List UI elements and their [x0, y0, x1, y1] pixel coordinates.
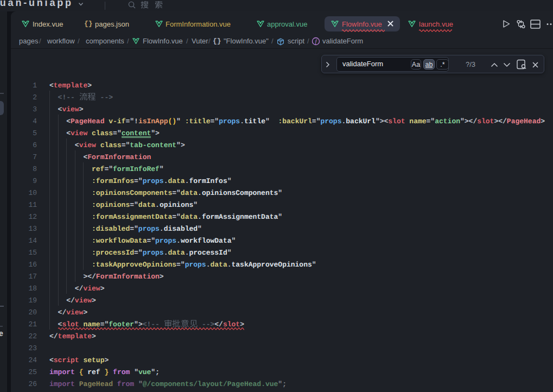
svg-text:f: f	[315, 39, 318, 45]
